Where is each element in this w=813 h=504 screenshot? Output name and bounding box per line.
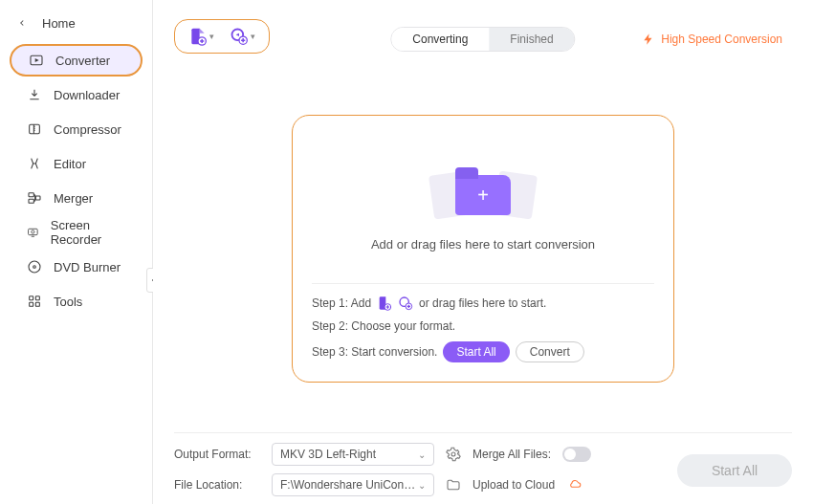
step1-suffix: or drag files here to start. — [419, 296, 546, 310]
lightning-icon — [642, 33, 655, 46]
back-home[interactable]: Home — [0, 8, 152, 38]
download-icon — [27, 87, 42, 102]
svg-rect-12 — [35, 196, 40, 200]
speed-label: High Speed Conversion — [661, 33, 782, 46]
svg-rect-17 — [30, 296, 33, 300]
merge-label: Merge All Files: — [472, 448, 551, 461]
tab-finished[interactable]: Finished — [489, 28, 574, 51]
add-dvd-icon — [398, 296, 413, 311]
output-format-label: Output Format: — [174, 448, 260, 461]
step-2: Step 2: Choose your format. — [312, 319, 654, 333]
step3-prefix: Step 3: Start conversion. — [312, 345, 437, 359]
tab-converting[interactable]: Converting — [391, 28, 489, 51]
sidebar: Home Converter Downloader Compressor Edi… — [0, 0, 153, 504]
plus-icon: + — [477, 185, 489, 207]
output-format-value: MKV 3D Left-Right — [280, 448, 376, 461]
svg-rect-11 — [29, 199, 33, 203]
tools-icon — [27, 294, 42, 309]
sidebar-item-label: Screen Recorder — [51, 218, 125, 247]
svg-rect-19 — [30, 302, 33, 306]
tab-segment: Converting Finished — [390, 27, 575, 52]
svg-point-27 — [451, 452, 455, 456]
settings-icon[interactable] — [446, 447, 461, 462]
open-folder-icon[interactable] — [446, 477, 461, 493]
sidebar-item-converter[interactable]: Converter — [10, 44, 143, 77]
chevron-down-icon: ▾ — [251, 32, 255, 41]
add-file-button[interactable]: ▾ — [188, 27, 214, 46]
svg-rect-20 — [35, 302, 39, 306]
chevron-down-icon: ▾ — [209, 32, 214, 41]
sidebar-item-screenrecorder[interactable]: Screen Recorder — [10, 216, 143, 249]
screenrec-icon — [27, 225, 39, 240]
start-all-button[interactable]: Start All — [677, 454, 792, 487]
file-location-select[interactable]: F:\Wondershare UniConverter 1 ⌄ — [272, 473, 434, 496]
start-all-pill[interactable]: Start All — [443, 341, 509, 362]
sidebar-item-downloader[interactable]: Downloader — [10, 78, 143, 111]
cloud-icon[interactable] — [566, 478, 583, 492]
sidebar-item-dvdburner[interactable]: DVD Burner — [10, 251, 143, 283]
steps: Step 1: Add or drag files here to start.… — [312, 283, 654, 362]
svg-rect-13 — [29, 229, 38, 234]
sidebar-item-tools[interactable]: Tools — [10, 285, 143, 318]
sidebar-item-label: Merger — [54, 191, 93, 206]
sidebar-item-merger[interactable]: Merger — [10, 182, 143, 214]
sidebar-item-label: DVD Burner — [54, 260, 121, 274]
high-speed-button[interactable]: High Speed Conversion — [632, 27, 792, 52]
merge-toggle[interactable] — [562, 447, 591, 462]
convert-pill[interactable]: Convert — [516, 341, 584, 362]
sidebar-item-label: Editor — [54, 157, 86, 171]
output-format-select[interactable]: MKV 3D Left-Right ⌄ — [272, 443, 434, 466]
upload-label: Upload to Cloud — [472, 478, 555, 492]
step-1: Step 1: Add or drag files here to start. — [312, 296, 654, 311]
sidebar-item-label: Tools — [54, 295, 82, 309]
sidebar-item-editor[interactable]: Editor — [10, 147, 143, 180]
merger-icon — [27, 190, 42, 206]
file-location-label: File Location: — [174, 478, 260, 492]
drop-zone[interactable]: + Add or drag files here to start conver… — [312, 135, 654, 283]
compress-icon — [27, 121, 42, 137]
svg-rect-10 — [29, 193, 33, 197]
editor-icon — [27, 156, 42, 171]
svg-point-16 — [33, 266, 36, 269]
step-3: Step 3: Start conversion. Start All Conv… — [312, 341, 654, 362]
drop-panel: + Add or drag files here to start conver… — [292, 115, 674, 383]
chevron-down-icon: ⌄ — [418, 480, 426, 491]
svg-marker-8 — [35, 58, 39, 62]
converter-icon — [29, 53, 44, 68]
sidebar-item-label: Compressor — [54, 122, 121, 137]
svg-point-14 — [32, 230, 34, 233]
back-label: Home — [42, 16, 76, 31]
start-all-label: Start All — [712, 463, 758, 478]
folder-illustration: + — [426, 166, 540, 224]
svg-point-15 — [29, 261, 40, 273]
step1-prefix: Step 1: Add — [312, 296, 371, 310]
sidebar-item-label: Downloader — [54, 88, 120, 102]
add-folder-button[interactable]: ▾ — [230, 27, 255, 46]
add-file-icon — [377, 296, 392, 311]
main-area: ▾ ▾ Converting Finished High Speed Conve… — [153, 0, 813, 504]
sidebar-item-compressor[interactable]: Compressor — [10, 113, 143, 145]
drop-message: Add or drag files here to start conversi… — [371, 237, 595, 252]
svg-rect-18 — [35, 296, 39, 300]
file-location-value: F:\Wondershare UniConverter 1 — [280, 478, 418, 492]
svg-rect-9 — [30, 124, 40, 133]
add-buttons-group: ▾ ▾ — [174, 19, 270, 54]
dvd-icon — [27, 259, 42, 274]
sidebar-item-label: Converter — [55, 54, 110, 68]
chevron-down-icon: ⌄ — [418, 449, 426, 460]
chevron-left-icon — [17, 16, 27, 31]
